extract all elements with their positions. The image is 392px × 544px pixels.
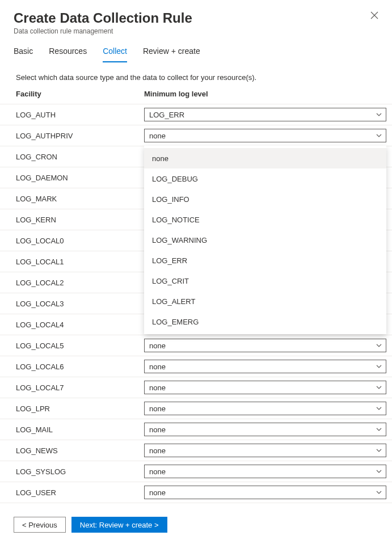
log-level-value: none bbox=[149, 132, 166, 140]
log-level-select[interactable]: none bbox=[144, 444, 386, 457]
table-row: LOG_MAILnone bbox=[0, 419, 392, 440]
dropdown-option[interactable]: LOG_INFO bbox=[144, 189, 386, 209]
log-level-select-wrap: none bbox=[144, 444, 386, 457]
facility-label: LOG_LOCAL5 bbox=[16, 341, 144, 350]
log-level-value: LOG_ERR bbox=[149, 111, 184, 119]
table-header: Facility Minimum log level bbox=[0, 90, 392, 104]
log-level-select[interactable]: none bbox=[144, 339, 386, 352]
log-level-select-wrap: none bbox=[144, 423, 386, 436]
log-level-select-wrap: LOG_ERR bbox=[144, 108, 386, 121]
column-header-facility: Facility bbox=[16, 90, 144, 98]
dropdown-option[interactable]: LOG_WARNING bbox=[144, 230, 386, 250]
log-level-value: none bbox=[149, 404, 166, 413]
facility-label: LOG_LOCAL3 bbox=[16, 300, 144, 308]
log-level-select[interactable]: none bbox=[144, 486, 386, 499]
log-level-select[interactable]: none bbox=[144, 465, 386, 478]
chevron-down-icon bbox=[376, 342, 382, 349]
log-level-select[interactable]: none bbox=[144, 381, 386, 394]
page-title: Create Data Collection Rule bbox=[14, 10, 378, 26]
facility-label: LOG_LOCAL6 bbox=[16, 362, 144, 371]
chevron-down-icon bbox=[376, 384, 382, 391]
tabs: BasicResourcesCollectReview + create bbox=[0, 39, 392, 63]
facility-label: LOG_CRON bbox=[16, 153, 144, 161]
facility-label: LOG_LOCAL2 bbox=[16, 279, 144, 287]
dropdown-option[interactable]: LOG_DEBUG bbox=[144, 168, 386, 189]
facility-label: LOG_SYSLOG bbox=[16, 467, 144, 476]
tab-collect[interactable]: Collect bbox=[103, 47, 127, 62]
table-row: LOG_NEWSnone bbox=[0, 440, 392, 461]
facility-label: LOG_AUTH bbox=[16, 111, 144, 119]
table-row: LOG_USERnone bbox=[0, 482, 392, 503]
table-row: LOG_LOCAL7none bbox=[0, 377, 392, 398]
log-level-select-wrap: none bbox=[144, 486, 386, 499]
facility-label: LOG_DAEMON bbox=[16, 174, 144, 182]
log-level-value: none bbox=[149, 446, 166, 455]
chevron-down-icon bbox=[376, 132, 382, 139]
dropdown-option[interactable]: LOG_ALERT bbox=[144, 291, 386, 311]
facility-label: LOG_LPR bbox=[16, 404, 144, 413]
chevron-down-icon bbox=[376, 405, 382, 412]
log-level-value: none bbox=[149, 488, 166, 497]
facility-label: LOG_MARK bbox=[16, 195, 144, 203]
log-level-select[interactable]: none bbox=[144, 360, 386, 373]
close-icon bbox=[370, 12, 378, 21]
column-header-level: Minimum log level bbox=[144, 90, 378, 98]
table-row: LOG_AUTHPRIVnone bbox=[0, 125, 392, 146]
facility-label: LOG_KERN bbox=[16, 216, 144, 224]
page-subtitle: Data collection rule management bbox=[14, 27, 378, 35]
log-level-value: none bbox=[149, 467, 166, 476]
tab-resources[interactable]: Resources bbox=[49, 47, 87, 62]
facility-label: LOG_LOCAL0 bbox=[16, 237, 144, 245]
facility-label: LOG_LOCAL7 bbox=[16, 383, 144, 392]
log-level-select[interactable]: LOG_ERR bbox=[144, 108, 386, 121]
log-level-value: none bbox=[149, 362, 166, 371]
log-level-select-wrap: none bbox=[144, 402, 386, 415]
log-level-select[interactable]: none bbox=[144, 129, 386, 142]
dropdown-option[interactable]: LOG_NOTICE bbox=[144, 209, 386, 230]
dropdown-option[interactable]: LOG_ERR bbox=[144, 250, 386, 271]
instructions-text: Select which data source type and the da… bbox=[0, 63, 392, 90]
dropdown-option[interactable]: none bbox=[144, 148, 386, 168]
tab-basic[interactable]: Basic bbox=[14, 47, 33, 62]
dropdown-option[interactable]: LOG_EMERG bbox=[144, 311, 386, 332]
facility-label: LOG_USER bbox=[16, 488, 144, 497]
dropdown-option[interactable]: LOG_CRIT bbox=[144, 271, 386, 291]
log-level-select-wrap: none bbox=[144, 360, 386, 373]
log-level-value: none bbox=[149, 383, 166, 392]
close-button[interactable] bbox=[370, 11, 381, 22]
log-level-value: none bbox=[149, 341, 166, 350]
chevron-down-icon bbox=[376, 447, 382, 454]
log-level-dropdown[interactable]: noneLOG_DEBUGLOG_INFOLOG_NOTICELOG_WARNI… bbox=[144, 146, 386, 334]
log-level-select-wrap: none bbox=[144, 339, 386, 352]
log-level-select-wrap: none bbox=[144, 381, 386, 394]
footer: < Previous Next: Review + create > bbox=[0, 509, 392, 544]
chevron-down-icon bbox=[376, 111, 382, 118]
table-row: LOG_SYSLOGnone bbox=[0, 461, 392, 482]
tab-review-create[interactable]: Review + create bbox=[143, 47, 200, 62]
log-level-select[interactable]: none bbox=[144, 423, 386, 436]
log-level-select-wrap: none bbox=[144, 129, 386, 142]
log-level-value: none bbox=[149, 425, 166, 434]
chevron-down-icon bbox=[376, 363, 382, 370]
log-level-select-wrap: none bbox=[144, 465, 386, 478]
next-button[interactable]: Next: Review + create > bbox=[71, 517, 167, 533]
table-row: LOG_LOCAL6none bbox=[0, 356, 392, 377]
chevron-down-icon bbox=[376, 468, 382, 475]
table-row: LOG_AUTHLOG_ERR bbox=[0, 104, 392, 125]
facility-label: LOG_LOCAL1 bbox=[16, 258, 144, 266]
chevron-down-icon bbox=[376, 426, 382, 433]
previous-button[interactable]: < Previous bbox=[14, 517, 66, 533]
table-row: LOG_LOCAL5none bbox=[0, 335, 392, 356]
facility-label: LOG_LOCAL4 bbox=[16, 321, 144, 329]
log-level-select[interactable]: none bbox=[144, 402, 386, 415]
facility-label: LOG_NEWS bbox=[16, 446, 144, 455]
chevron-down-icon bbox=[376, 489, 382, 496]
facility-label: LOG_MAIL bbox=[16, 425, 144, 434]
table-row: LOG_LPRnone bbox=[0, 398, 392, 419]
facility-label: LOG_AUTHPRIV bbox=[16, 132, 144, 140]
